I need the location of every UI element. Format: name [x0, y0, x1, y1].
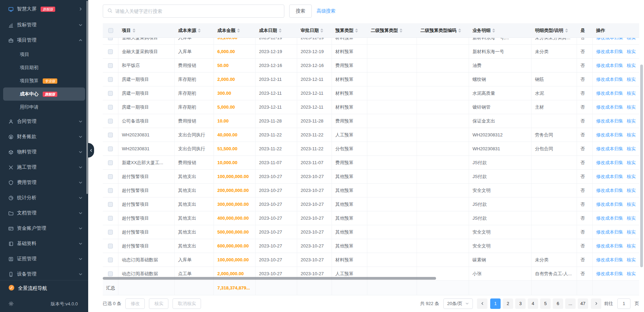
sidebar-scrollbar[interactable] [86, 1, 88, 194]
verify-link[interactable]: 核实 [627, 90, 636, 96]
search-button[interactable]: 搜索 [289, 5, 312, 18]
page-button-6[interactable]: 6 [553, 298, 563, 309]
sidebar-item-project-budget[interactable]: 项目预算专业版 [3, 74, 85, 87]
sidebar-item-bidding[interactable]: 投标管理 [0, 17, 88, 33]
verify-link[interactable]: 核实 [627, 271, 636, 277]
column-header[interactable]: 二级预算类型编码 [417, 23, 469, 37]
row-checkbox[interactable] [108, 271, 113, 276]
column-header[interactable]: 审批日期 [297, 23, 332, 37]
column-header[interactable]: 操作 [593, 23, 639, 37]
verify-link[interactable]: 核实 [627, 38, 636, 41]
verify-link[interactable]: 核实 [627, 104, 636, 110]
sidebar-item-documents[interactable]: 文档管理 [0, 205, 88, 221]
row-checkbox[interactable] [108, 91, 113, 96]
advanced-search-link[interactable]: 高级搜索 [317, 8, 335, 14]
sidebar-item-fund-accounts[interactable]: 资金账户管理 [0, 221, 88, 236]
verify-link[interactable]: 核实 [627, 118, 636, 124]
sort-icons[interactable] [492, 28, 495, 33]
sort-icons[interactable] [133, 28, 135, 33]
sort-asc-icon[interactable] [198, 28, 201, 30]
row-checkbox[interactable] [108, 216, 113, 221]
modify-cost-link[interactable]: 修改成本归集 [596, 132, 623, 138]
sort-desc-icon[interactable] [279, 31, 282, 33]
verify-link[interactable]: 核实 [627, 229, 636, 235]
sort-asc-icon[interactable] [279, 28, 282, 30]
row-checkbox[interactable] [108, 133, 113, 137]
modify-cost-link[interactable]: 修改成本归集 [596, 271, 623, 277]
sidebar-item-project[interactable]: 项目 [3, 48, 85, 61]
sort-desc-icon[interactable] [237, 31, 240, 33]
row-checkbox[interactable] [108, 146, 113, 151]
row-checkbox[interactable] [108, 63, 113, 68]
sidebar-item-construction[interactable]: 施工管理 [0, 160, 88, 175]
row-checkbox[interactable] [108, 244, 113, 248]
modify-cost-link[interactable]: 修改成本归集 [596, 76, 623, 83]
verify-link[interactable]: 核实 [627, 187, 636, 194]
row-checkbox[interactable] [108, 188, 113, 193]
row-checkbox[interactable] [108, 202, 113, 207]
modify-cost-link[interactable]: 修改成本归集 [596, 215, 623, 221]
sidebar-item-base-data[interactable]: 基础资料 [0, 236, 88, 251]
row-checkbox[interactable] [108, 77, 113, 82]
sidebar-item-certificates[interactable]: 证照管理 [0, 251, 88, 267]
modify-cost-link[interactable]: 修改成本归集 [596, 229, 623, 235]
sort-icons[interactable] [355, 28, 358, 33]
page-button-3[interactable]: 3 [515, 298, 526, 309]
sidebar-item-materials[interactable]: 物料管理 [0, 144, 88, 160]
search-input[interactable] [115, 9, 280, 14]
column-header[interactable]: 明细类型/说明 [532, 23, 577, 37]
sidebar-item-contract[interactable]: 合同管理 [0, 114, 88, 129]
goto-page-input[interactable] [617, 298, 630, 309]
column-header[interactable]: 成本金额 [214, 23, 256, 37]
modify-cost-link[interactable]: 修改成本归集 [596, 257, 623, 263]
sort-desc-icon[interactable] [565, 31, 568, 33]
verify-link[interactable]: 核实 [627, 132, 636, 138]
sidebar-item-project-management[interactable]: 项目管理 [0, 33, 88, 48]
verify-link[interactable]: 核实 [627, 62, 636, 69]
horizontal-scrollbar[interactable] [103, 277, 436, 280]
gear-icon[interactable] [8, 301, 14, 307]
row-checkbox[interactable] [108, 38, 113, 40]
verify-link[interactable]: 核实 [627, 76, 636, 83]
sidebar-item-cost-center[interactable]: 成本中心旗舰版 [3, 87, 85, 101]
modify-cost-link[interactable]: 修改成本归集 [596, 118, 623, 124]
column-header[interactable]: 预算类型 [332, 23, 367, 37]
column-header[interactable]: 成本来源 [175, 23, 214, 37]
page-button-4[interactable]: 4 [528, 298, 538, 309]
sort-asc-icon[interactable] [133, 28, 135, 30]
page-button-1[interactable]: 1 [490, 298, 501, 309]
column-header[interactable]: 业务明细 [469, 23, 532, 37]
column-header[interactable]: 二级预算类型 [367, 23, 417, 37]
verify-link[interactable]: 核实 [627, 257, 636, 263]
modify-cost-link[interactable]: 修改成本归集 [596, 49, 623, 55]
verify-link[interactable]: 核实 [627, 49, 636, 55]
verify-link[interactable]: 核实 [627, 174, 636, 180]
row-checkbox[interactable] [108, 258, 113, 262]
modify-cost-link[interactable]: 修改成本归集 [596, 160, 623, 166]
page-button-5[interactable]: 5 [540, 298, 551, 309]
sort-icons[interactable] [458, 28, 461, 33]
verify-link[interactable]: 核实 [627, 215, 636, 221]
sort-icons[interactable] [565, 28, 568, 33]
sort-asc-icon[interactable] [492, 28, 495, 30]
sidebar-item-statistics[interactable]: 统计分析 [0, 190, 88, 205]
sort-icons[interactable] [279, 28, 282, 33]
sidebar-item-project-initial[interactable]: 项目期初 [3, 61, 85, 74]
page-size-select[interactable]: 20条/页 [443, 298, 473, 309]
sidebar-item-equipment[interactable]: 设备管理 [0, 267, 88, 280]
sort-icons[interactable] [237, 28, 240, 33]
modify-cost-link[interactable]: 修改成本归集 [596, 187, 623, 194]
sort-asc-icon[interactable] [458, 28, 461, 30]
verify-link[interactable]: 核实 [627, 243, 636, 249]
sort-icons[interactable] [198, 28, 201, 33]
sort-desc-icon[interactable] [355, 31, 358, 33]
next-page-button[interactable] [591, 298, 601, 309]
modify-cost-link[interactable]: 修改成本归集 [596, 243, 623, 249]
modify-cost-link[interactable]: 修改成本归集 [596, 38, 623, 41]
verify-button[interactable]: 核实 [149, 298, 168, 309]
verify-link[interactable]: 核实 [627, 160, 636, 166]
sort-asc-icon[interactable] [400, 28, 402, 30]
sort-asc-icon[interactable] [355, 28, 358, 30]
verify-link[interactable]: 核实 [627, 146, 636, 152]
row-checkbox[interactable] [108, 174, 113, 179]
